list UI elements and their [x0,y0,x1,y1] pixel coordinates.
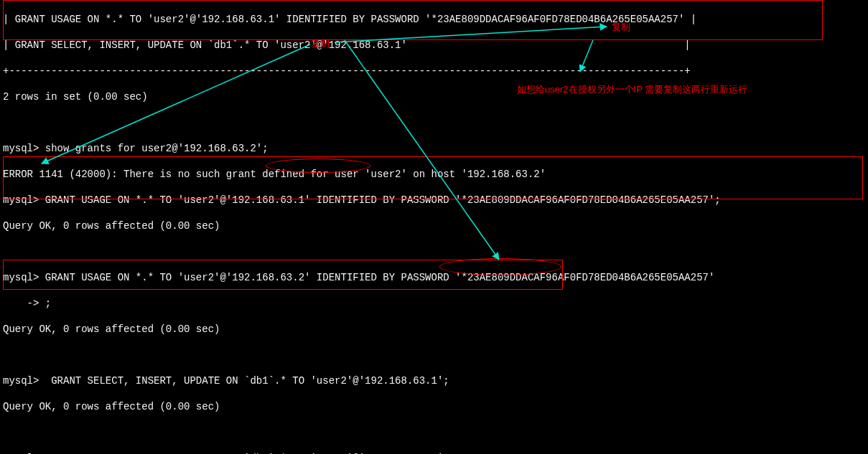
output-line [3,426,868,439]
output-line: mysql> GRANT SELECT, INSERT, UPDATE ON `… [3,374,868,387]
output-line: Query OK, 0 rows affected (0.00 sec) [3,323,868,336]
output-line: +---------------------------------------… [3,65,868,77]
output-line: ERROR 1141 (42000): There is no such gra… [3,168,868,181]
output-line: Query OK, 0 rows affected (0.00 sec) [3,219,868,232]
output-line: mysql> GRANT USAGE ON *.* TO 'user2'@'19… [3,194,868,207]
output-line [3,116,868,129]
output-line [3,245,868,258]
output-line [3,349,868,361]
output-line: -> ; [3,297,868,310]
output-line: | GRANT USAGE ON *.* TO 'user2'@'192.168… [3,13,868,26]
output-line: Query OK, 0 rows affected (0.00 sec) [3,400,868,413]
terminal-area[interactable]: | GRANT USAGE ON *.* TO 'user2'@'192.168… [0,0,868,454]
output-line: mysql> GRANT USAGE ON *.* TO 'user2'@'19… [3,271,868,284]
output-line: mysql> show grants for user2@'192.168.63… [3,142,868,155]
output-line: 2 rows in set (0.00 sec) [3,90,868,103]
output-line: | GRANT SELECT, INSERT, UPDATE ON `db1`.… [3,39,868,52]
